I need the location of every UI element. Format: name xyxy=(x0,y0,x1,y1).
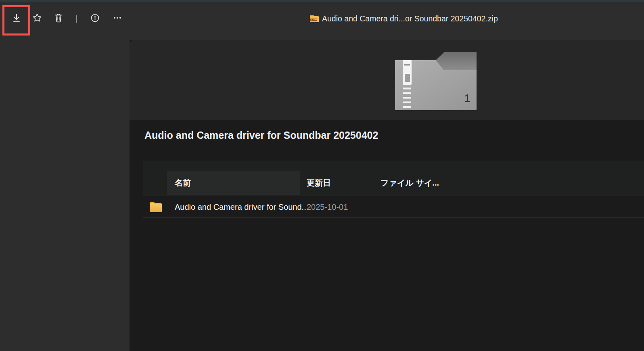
preview-banner: 1 xyxy=(130,40,644,120)
file-table-header: 名前 更新日 ファイル サイ... xyxy=(143,161,644,196)
more-options-button[interactable] xyxy=(109,9,126,27)
zip-item-count: 1 xyxy=(464,92,470,104)
document-title-text: Audio and Camera dri...or Soundbar 20250… xyxy=(322,14,498,23)
preview-pane: 1 Audio and Camera driver for Soundbar 2… xyxy=(130,40,644,351)
file-modified-date: 2025-10-01 xyxy=(307,196,348,218)
left-sidebar xyxy=(0,40,130,351)
info-button[interactable] xyxy=(86,9,104,27)
file-table: 名前 更新日 ファイル サイ... Audio and Camera drive… xyxy=(143,161,644,218)
download-button[interactable] xyxy=(8,9,25,27)
more-options-icon xyxy=(113,13,122,23)
favorite-button[interactable] xyxy=(28,9,46,27)
info-icon xyxy=(90,13,100,23)
folder-icon xyxy=(150,202,162,212)
column-header-modified[interactable]: 更新日 xyxy=(307,178,331,188)
delete-button[interactable] xyxy=(50,9,67,27)
column-header-name[interactable]: 名前 xyxy=(175,178,191,188)
download-icon xyxy=(12,13,21,23)
zip-folder-icon xyxy=(310,15,319,23)
favorite-star-icon xyxy=(32,13,42,23)
document-title: Audio and Camera dri...or Soundbar 20250… xyxy=(310,14,498,23)
toolbar-separator xyxy=(76,15,77,23)
column-header-filesize[interactable]: ファイル サイ... xyxy=(381,178,439,188)
delete-trash-icon xyxy=(54,13,63,23)
file-name-link[interactable]: Audio and Camera driver for Sound... xyxy=(175,196,308,218)
preview-toolbar: Audio and Camera dri...or Soundbar 20250… xyxy=(0,2,644,40)
zip-heading: Audio and Camera driver for Soundbar 202… xyxy=(144,130,378,141)
zip-thumbnail: 1 xyxy=(395,52,477,110)
table-row[interactable]: Audio and Camera driver for Sound... 202… xyxy=(143,196,644,218)
